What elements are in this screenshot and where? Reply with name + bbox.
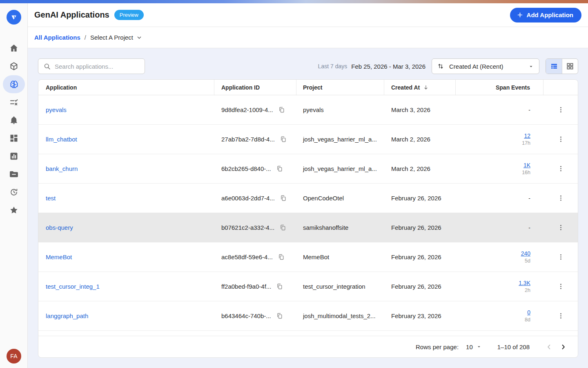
sidebar-item-alerts[interactable]	[3, 111, 25, 129]
table-row[interactable]: obs-query b07621c2-a332-4... samikshanof…	[38, 213, 578, 242]
span-events-link: -	[528, 224, 530, 231]
plus-icon	[517, 11, 523, 18]
breadcrumb: All Applications / Select A Project	[28, 27, 588, 48]
span-events-link[interactable]: 0	[527, 309, 530, 316]
date-preset-label: Last 7 days	[318, 63, 347, 70]
table-row[interactable]: MemeBot ac8e58df-59e6-4... MemeBot Febru…	[38, 242, 578, 272]
chevron-right-icon	[559, 343, 567, 351]
table-row[interactable]: test a6e0063d-2dd7-4... OpenCodeOtel Feb…	[38, 184, 578, 213]
span-events-link[interactable]: 1.3K	[519, 280, 530, 286]
chevron-down-icon	[136, 34, 143, 41]
sidebar-item-projects[interactable]	[3, 165, 25, 183]
row-menu-button[interactable]	[555, 162, 567, 175]
date-range-value[interactable]: Feb 25, 2026 - Mar 3, 2026	[351, 63, 425, 70]
brain-icon	[9, 79, 19, 90]
application-link[interactable]: pyevals	[46, 106, 67, 113]
application-link[interactable]: llm_chatbot	[46, 136, 77, 143]
folder-icon	[9, 169, 19, 179]
row-menu-button[interactable]	[555, 133, 567, 146]
project-name: MemeBot	[296, 242, 384, 272]
grid-view-button[interactable]	[562, 59, 578, 74]
row-menu-button[interactable]	[555, 103, 567, 116]
column-header-created-at[interactable]: Created At	[384, 80, 456, 95]
sort-arrows-icon	[437, 63, 444, 70]
application-id: 6b2cb265-d840-...	[221, 165, 271, 172]
application-link[interactable]: langgraph_path	[46, 312, 88, 319]
rows-per-page-value: 10	[466, 343, 473, 350]
column-header-span-events[interactable]: Span Events	[456, 80, 543, 95]
add-application-button[interactable]: Add Application	[510, 8, 581, 22]
table-row[interactable]: langgraph_path b643464c-740b-... josh_mu…	[38, 301, 578, 331]
app-logo[interactable]	[7, 10, 21, 25]
copy-icon[interactable]	[276, 283, 283, 290]
copy-icon[interactable]	[276, 312, 283, 319]
created-at-value: March 3, 2026	[384, 95, 456, 124]
star-icon	[9, 205, 19, 215]
application-link[interactable]: MemeBot	[46, 254, 72, 260]
next-page-button[interactable]	[556, 341, 570, 352]
copy-icon[interactable]	[278, 106, 285, 113]
checklist-icon	[9, 97, 19, 107]
row-menu-button[interactable]	[555, 251, 567, 263]
pagination: Rows per page: 10 1–10 of 208	[38, 336, 578, 357]
row-menu-button[interactable]	[555, 221, 567, 234]
column-header-application[interactable]: Application	[38, 80, 214, 95]
project-name: test_cursor_integration	[296, 272, 384, 301]
application-link[interactable]: obs-query	[46, 224, 73, 231]
table-row[interactable]: pyevals 9d8dfea2-1009-4... pyevals March…	[38, 95, 578, 125]
list-view-icon	[550, 62, 558, 70]
project-name: josh_vegas_harrier_ml_a...	[296, 125, 384, 154]
user-avatar[interactable]: FA	[7, 349, 21, 364]
row-menu-button[interactable]	[555, 280, 567, 293]
sort-dropdown[interactable]: Created At (Recent)	[432, 58, 539, 74]
previous-page-button[interactable]	[542, 341, 556, 352]
history-clock-icon	[9, 187, 19, 197]
sidebar-item-bookmarks[interactable]	[3, 201, 25, 219]
application-id: 9d8dfea2-1009-4...	[221, 106, 273, 113]
sidebar-item-home[interactable]	[3, 39, 25, 57]
application-link[interactable]: bank_churn	[46, 165, 78, 172]
project-selector-label: Select A Project	[90, 34, 133, 41]
span-events-link[interactable]: 12	[524, 132, 530, 139]
sidebar-item-charts[interactable]	[3, 147, 25, 165]
sidebar-item-genai-applications[interactable]	[3, 75, 25, 93]
table-row[interactable]: bank_churn 6b2cb265-d840-... josh_vegas_…	[38, 154, 578, 184]
search-icon	[43, 63, 51, 70]
row-menu-button[interactable]	[555, 310, 567, 322]
span-events-age: 17h	[522, 140, 530, 146]
logo-glyph	[9, 13, 18, 22]
copy-icon[interactable]	[279, 224, 286, 231]
grid-view-icon	[566, 62, 574, 70]
project-name: josh_vegas_harrier_ml_a...	[296, 154, 384, 183]
span-events-age: 8d	[525, 317, 530, 323]
span-events-link[interactable]: 1K	[523, 162, 530, 168]
top-gradient-bar	[0, 0, 588, 3]
copy-icon[interactable]	[280, 195, 287, 202]
sidebar-item-evaluations[interactable]	[3, 93, 25, 111]
row-menu-button[interactable]	[555, 192, 567, 204]
table-row[interactable]: llm_chatbot 27ab7ba2-7d8d-4... josh_vega…	[38, 125, 578, 154]
application-link[interactable]: test_cursor_integ_1	[46, 283, 100, 290]
column-header-project[interactable]: Project	[296, 80, 384, 95]
list-view-button[interactable]	[546, 59, 562, 74]
breadcrumb-separator: /	[85, 34, 86, 41]
breadcrumb-all-applications[interactable]: All Applications	[34, 34, 80, 41]
table-row-partial	[38, 331, 578, 336]
application-link[interactable]: test	[46, 195, 56, 202]
column-header-application-id[interactable]: Application ID	[214, 80, 296, 95]
span-events-link: -	[528, 107, 530, 113]
span-events-link[interactable]: 240	[521, 250, 530, 257]
sidebar-item-history[interactable]	[3, 183, 25, 201]
copy-icon[interactable]	[280, 136, 287, 143]
sidebar-item-models[interactable]	[3, 57, 25, 75]
copy-icon[interactable]	[276, 165, 283, 172]
application-id: ff2a0bed-f9a0-4f...	[221, 283, 271, 290]
rows-per-page-select[interactable]: 10	[466, 343, 482, 350]
span-events-age: 2h	[525, 287, 530, 293]
copy-icon[interactable]	[278, 254, 285, 260]
table-row[interactable]: test_cursor_integ_1 ff2a0bed-f9a0-4f... …	[38, 272, 578, 301]
search-input[interactable]	[55, 63, 140, 70]
project-selector[interactable]: Select A Project	[90, 34, 143, 41]
sidebar-item-dashboards[interactable]	[3, 129, 25, 147]
toolbar: Last 7 days Feb 25, 2026 - Mar 3, 2026 C…	[38, 58, 578, 74]
